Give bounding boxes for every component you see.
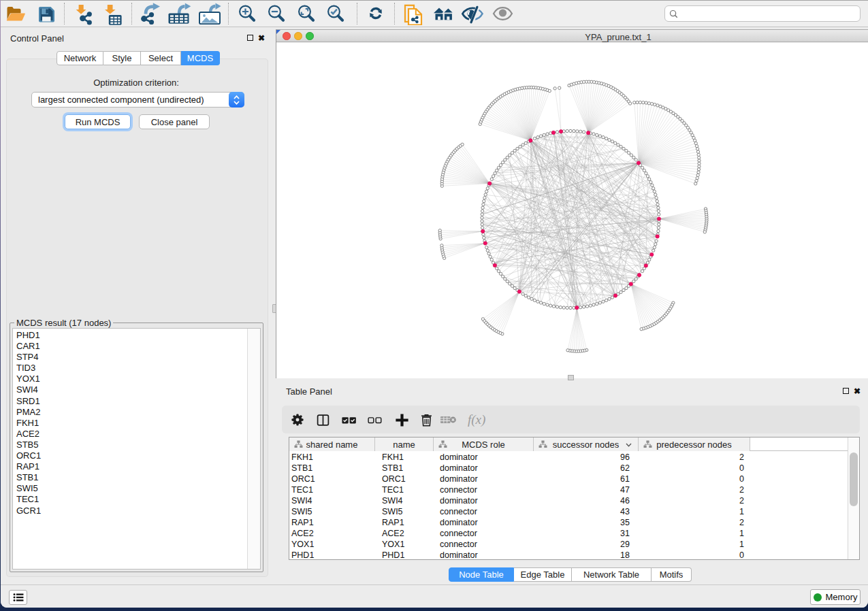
table-row[interactable]: RAP1RAP1dominator352 (289, 517, 851, 528)
clone-network-icon[interactable] (404, 3, 423, 25)
split-handle[interactable] (568, 375, 574, 380)
table-row[interactable]: SWI5SWI5connector431 (289, 506, 851, 517)
tab-motifs[interactable]: Motifs (652, 567, 692, 582)
tab-edge-table[interactable]: Edge Table (514, 567, 572, 582)
table-scrollbar[interactable] (848, 437, 859, 559)
tab-network-table[interactable]: Network Table (572, 567, 652, 582)
table-cell: ACE2 (375, 528, 434, 539)
tab-style[interactable]: Style (103, 51, 141, 65)
zoom-fit-icon[interactable] (297, 4, 315, 23)
mcds-result-item[interactable]: ORC1 (13, 450, 260, 461)
mcds-result-item[interactable]: STB5 (13, 440, 260, 450)
mcds-result-item[interactable]: STB1 (13, 472, 260, 483)
table-row[interactable]: TEC1TEC1connector472 (289, 484, 851, 495)
search-input[interactable] (681, 9, 860, 19)
tab-node-table[interactable]: Node Table (449, 567, 514, 582)
main-toolbar (1, 0, 868, 27)
mcds-result-item[interactable]: SWI5 (13, 483, 260, 494)
show-all-icon[interactable] (432, 6, 455, 21)
select-all-columns-icon[interactable] (338, 410, 359, 430)
close-panel-icon[interactable]: ✖ (258, 35, 265, 42)
network-canvas[interactable] (276, 43, 868, 378)
table-row[interactable]: ORC1ORC1dominator610 (289, 474, 851, 484)
mcds-result-item[interactable]: RAP1 (13, 461, 260, 472)
mcds-result-item[interactable]: YOX1 (13, 374, 260, 384)
mcds-result-item[interactable]: TID3 (13, 363, 260, 374)
mcds-result-item[interactable]: CAR1 (13, 341, 260, 352)
table-row[interactable]: FKH1FKH1dominator962 (289, 452, 851, 463)
column-header-shared-name[interactable]: shared name (289, 437, 375, 451)
search-box[interactable] (664, 5, 861, 22)
mcds-result-item[interactable]: STP4 (13, 352, 260, 363)
tab-mcds[interactable]: MCDS (181, 51, 220, 65)
toolbar-separator (357, 3, 357, 24)
network-graph[interactable] (276, 43, 868, 378)
column-header-successor-nodes[interactable]: successor nodes (534, 437, 639, 451)
import-network-icon[interactable] (74, 3, 93, 26)
run-mcds-button[interactable]: Run MCDS (65, 114, 131, 129)
column-header-mcds-role[interactable]: MCDS role (434, 437, 534, 451)
table-cell: 2 (639, 452, 750, 463)
mcds-result-item[interactable]: ACE2 (13, 429, 260, 440)
delete-table-icon[interactable] (439, 410, 460, 430)
table-cell: 18 (534, 550, 639, 561)
export-network-icon[interactable] (140, 3, 161, 24)
show-columns-icon[interactable] (312, 410, 333, 430)
table-header: shared name name (289, 437, 859, 451)
table-cell: dominator (434, 495, 534, 506)
mcds-result-item[interactable]: TEC1 (13, 494, 260, 505)
table-row[interactable]: YOX1YOX1connector291 (289, 539, 851, 550)
table-row[interactable]: ACE2ACE2connector311 (289, 528, 851, 539)
table-row[interactable]: SWI4SWI4dominator462 (289, 495, 851, 506)
export-image-icon[interactable] (198, 3, 221, 24)
table-cell: dominator (434, 452, 534, 463)
zoom-out-icon[interactable] (267, 4, 285, 23)
float-table-panel-icon[interactable] (843, 388, 849, 394)
table-row[interactable]: STB1STB1dominator620 (289, 463, 851, 474)
table-settings-icon[interactable] (287, 410, 308, 430)
mcds-result-item[interactable]: PMA2 (13, 407, 260, 418)
table-cell: RAP1 (375, 517, 434, 528)
mcds-list-scrollbar[interactable] (247, 329, 260, 569)
function-builder-icon[interactable]: f(x) (466, 410, 490, 430)
column-header-predecessor-nodes[interactable]: predecessor nodes (639, 437, 750, 451)
mcds-result-item[interactable]: FKH1 (13, 418, 260, 429)
save-session-icon[interactable] (37, 5, 56, 22)
table-row[interactable]: PHD1PHD1dominator180 (289, 550, 851, 561)
criterion-select[interactable]: largest connected component (undirected) (31, 92, 244, 108)
float-window-icon[interactable] (247, 35, 253, 41)
table-cell: YOX1 (375, 539, 434, 550)
export-table-icon[interactable] (168, 3, 191, 24)
mcds-result-item[interactable]: SRD1 (13, 396, 260, 407)
show-panels-button[interactable] (9, 590, 27, 605)
mcds-result-item[interactable]: GCR1 (13, 506, 260, 516)
hide-selected-icon[interactable] (462, 4, 483, 24)
network-window-titlebar[interactable]: YPA_prune.txt_1 (276, 30, 868, 42)
delete-column-icon[interactable] (416, 410, 436, 430)
app-window: Control Panel ✖ Network Style Select MCD… (1, 0, 868, 608)
memory-status-icon (814, 593, 822, 601)
mcds-result-list[interactable]: PHD1CAR1STP4TID3YOX1SWI4SRD1PMA2FKH1ACE2… (12, 328, 261, 569)
mcds-result-item[interactable]: SWI4 (13, 384, 260, 395)
column-header-name[interactable]: name (375, 437, 434, 451)
show-selected-icon[interactable] (492, 5, 513, 22)
mcds-result-item[interactable]: PHD1 (13, 330, 260, 341)
table-cell: TEC1 (375, 484, 434, 495)
table-scrollbar-thumb[interactable] (850, 452, 858, 506)
memory-button[interactable]: Memory (810, 589, 861, 605)
close-table-panel-icon[interactable]: ✖ (854, 388, 861, 395)
zoom-selected-icon[interactable] (326, 4, 344, 23)
open-session-icon[interactable] (6, 5, 26, 22)
column-type-icon (438, 440, 447, 450)
tab-network[interactable]: Network (57, 51, 103, 65)
table-cell: 0 (639, 463, 750, 474)
close-panel-button[interactable]: Close panel (139, 114, 210, 129)
table-cell: 2 (639, 484, 750, 495)
zoom-in-icon[interactable] (238, 4, 256, 23)
tab-select[interactable]: Select (141, 51, 181, 65)
unselect-all-columns-icon[interactable] (364, 410, 385, 430)
create-column-icon[interactable] (391, 410, 412, 430)
apply-layout-icon[interactable] (367, 4, 385, 23)
mcds-result-items: PHD1CAR1STP4TID3YOX1SWI4SRD1PMA2FKH1ACE2… (13, 330, 260, 516)
import-table-icon[interactable] (104, 3, 123, 26)
